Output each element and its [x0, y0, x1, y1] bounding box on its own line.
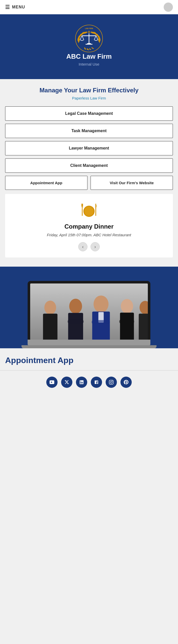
svg-rect-13: [83, 204, 83, 207]
carousel-prev[interactable]: ‹: [78, 242, 87, 251]
avatar-button[interactable]: [164, 3, 173, 12]
facebook-icon[interactable]: [91, 377, 102, 388]
svg-rect-29: [139, 314, 148, 340]
laptop-base: [28, 340, 150, 345]
svg-rect-32: [92, 320, 110, 324]
subheadline: Paperless Law Firm: [5, 96, 173, 100]
appointment-app-button[interactable]: Appointment App: [5, 176, 87, 190]
legal-case-management-button[interactable]: Legal Case Management: [5, 106, 173, 121]
svg-rect-27: [120, 313, 134, 340]
svg-rect-21: [43, 314, 57, 340]
svg-rect-31: [68, 319, 84, 324]
svg-rect-14: [82, 209, 83, 216]
svg-rect-23: [68, 313, 83, 340]
laptop-base-bottom: [21, 345, 157, 348]
x-twitter-icon[interactable]: [61, 377, 72, 388]
event-date: Friday, April 15th 07:00pm. ABC Hotel Re…: [10, 233, 168, 237]
firm-subtitle: Internal Use: [79, 62, 99, 66]
client-management-button[interactable]: Client Management: [5, 158, 173, 173]
dinner-icon: [79, 202, 99, 219]
svg-text:LAW FIRM: LAW FIRM: [85, 28, 93, 29]
pinterest-icon[interactable]: [120, 377, 132, 388]
instagram-icon[interactable]: [106, 377, 117, 388]
svg-rect-11: [82, 204, 83, 209]
task-management-button[interactable]: Task Management: [5, 124, 173, 138]
linkedin-icon[interactable]: [76, 377, 87, 388]
lawyer-management-button[interactable]: Lawyer Management: [5, 141, 173, 155]
main-content: Manage Your Law Firm Effectively Paperle…: [0, 79, 178, 267]
svg-point-20: [44, 301, 56, 314]
carousel-controls: ‹ ›: [10, 242, 168, 251]
laptop-wrapper: [28, 281, 150, 348]
headline: Manage Your Law Firm Effectively: [5, 87, 173, 94]
svg-rect-8: [85, 44, 93, 45]
svg-marker-9: [88, 30, 90, 33]
svg-rect-33: [119, 319, 134, 324]
visit-website-button[interactable]: Visit Our Firm's Website: [91, 176, 173, 190]
app-title: Appointment App: [5, 355, 173, 365]
firm-name: ABC Law Firm: [66, 53, 112, 60]
laptop-screen-outer: [28, 281, 150, 340]
svg-point-22: [69, 299, 82, 314]
app-title-section: Appointment App: [0, 348, 178, 370]
svg-rect-12: [81, 204, 82, 207]
youtube-icon[interactable]: [46, 377, 58, 388]
nav-bar: ☰ MENU: [0, 0, 178, 14]
svg-point-24: [94, 295, 109, 313]
event-title: Company Dinner: [10, 223, 168, 230]
event-card: Company Dinner Friday, April 15th 07:00p…: [5, 194, 173, 257]
law-firm-logo: LAW FIRM: [75, 24, 103, 53]
menu-label: MENU: [12, 5, 25, 9]
laptop-screen: [30, 283, 148, 340]
bottom-buttons: Appointment App Visit Our Firm's Website: [5, 176, 173, 190]
svg-line-4: [82, 36, 84, 40]
laptop-section: [0, 267, 178, 348]
svg-point-16: [84, 207, 94, 216]
menu-button[interactable]: ☰ MENU: [5, 4, 25, 10]
svg-line-5: [94, 36, 96, 40]
hero-section: LAW FIRM ABC Law Firm Internal Use: [0, 14, 178, 79]
social-footer: [0, 370, 178, 394]
hamburger-icon: ☰: [5, 4, 10, 10]
carousel-next[interactable]: ›: [91, 242, 100, 251]
svg-point-26: [121, 299, 133, 313]
